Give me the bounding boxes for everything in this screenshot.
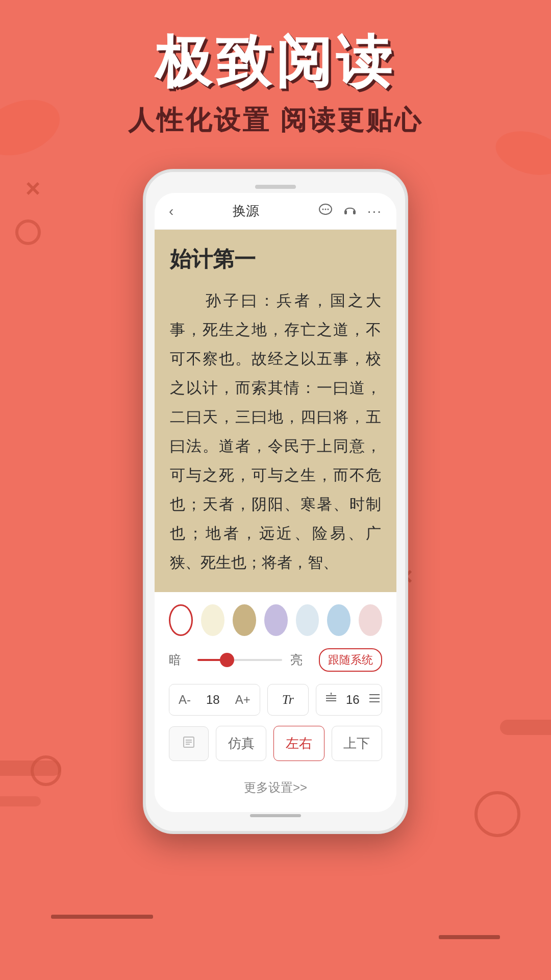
phone-speaker xyxy=(255,185,296,189)
back-button[interactable]: ‹ xyxy=(169,203,173,219)
phone-outer: ‹ 换源 xyxy=(143,169,408,834)
brightness-slider[interactable] xyxy=(197,659,282,661)
svg-rect-5 xyxy=(353,210,356,214)
header: 极致阅读 人性化设置 阅读更贴心 xyxy=(0,0,551,138)
swatch-lavender[interactable] xyxy=(264,604,288,636)
nav-title: 换源 xyxy=(233,202,259,220)
system-follow-button[interactable]: 跟随系统 xyxy=(319,648,382,672)
sub-title: 人性化设置 阅读更贴心 xyxy=(0,103,551,138)
home-indicator xyxy=(250,814,301,817)
swatch-sky-blue[interactable] xyxy=(327,604,350,636)
book-text: 孙子曰：兵者，国之大事，死生之地，存亡之道，不可不察也。故经之以五事，校之以计，… xyxy=(170,286,381,577)
mode-simulated-button[interactable]: 仿真 xyxy=(216,726,266,761)
svg-rect-4 xyxy=(344,210,347,214)
mode-updown-button[interactable]: 上下 xyxy=(332,726,382,761)
font-spacing-row: A- 18 A+ Tr xyxy=(169,684,382,716)
svg-point-3 xyxy=(327,208,329,210)
brightness-row: 暗 亮 跟随系统 xyxy=(169,648,382,672)
more-icon[interactable]: ··· xyxy=(367,203,382,219)
phone-bottom xyxy=(155,812,396,822)
slider-thumb[interactable] xyxy=(220,653,234,667)
deco-line-2 xyxy=(439,935,500,939)
font-size-control: A- 18 A+ xyxy=(169,684,260,716)
phone-mockup: ‹ 换源 xyxy=(0,169,551,834)
light-label: 亮 xyxy=(290,652,311,668)
svg-point-2 xyxy=(324,208,326,210)
reader-nav: ‹ 换源 xyxy=(155,193,396,230)
chat-icon[interactable] xyxy=(318,203,333,220)
headphone-icon[interactable] xyxy=(343,203,357,220)
swatch-light-blue[interactable] xyxy=(296,604,319,636)
deco-line-1 xyxy=(51,915,153,919)
more-settings[interactable]: 更多设置>> xyxy=(169,771,382,800)
spacing-control: 16 xyxy=(316,684,382,716)
swatch-white[interactable] xyxy=(169,604,193,636)
chapter-title: 始计第一 xyxy=(170,245,381,274)
swatch-tan[interactable] xyxy=(233,604,256,636)
spacing-value: 16 xyxy=(346,693,360,707)
spacing-increase-icon[interactable] xyxy=(360,684,382,715)
dark-label: 暗 xyxy=(169,652,189,668)
font-size-value: 18 xyxy=(200,685,226,714)
settings-panel: 暗 亮 跟随系统 A- 18 A+ Tr xyxy=(155,592,396,812)
nav-icons: ··· xyxy=(318,203,382,220)
font-decrease-button[interactable]: A- xyxy=(169,685,200,714)
font-increase-button[interactable]: A+ xyxy=(226,685,260,714)
mode-leftright-button[interactable]: 左右 xyxy=(273,726,324,761)
main-title: 极致阅读 xyxy=(0,31,551,92)
phone-screen: ‹ 换源 xyxy=(155,193,396,812)
swatch-cream[interactable] xyxy=(201,604,224,636)
spacing-decrease-icon[interactable] xyxy=(316,684,346,715)
swatch-pink[interactable] xyxy=(359,604,382,636)
page-mode-row: 仿真 左右 上下 xyxy=(169,726,382,761)
book-content[interactable]: 始计第一 孙子曰：兵者，国之大事，死生之地，存亡之道，不可不察也。故经之以五事，… xyxy=(155,230,396,592)
phone-top-bar xyxy=(155,181,396,193)
svg-point-1 xyxy=(322,208,323,210)
font-type-button[interactable]: Tr xyxy=(267,684,309,716)
scroll-mode-button[interactable] xyxy=(169,726,209,761)
color-swatches xyxy=(169,604,382,636)
